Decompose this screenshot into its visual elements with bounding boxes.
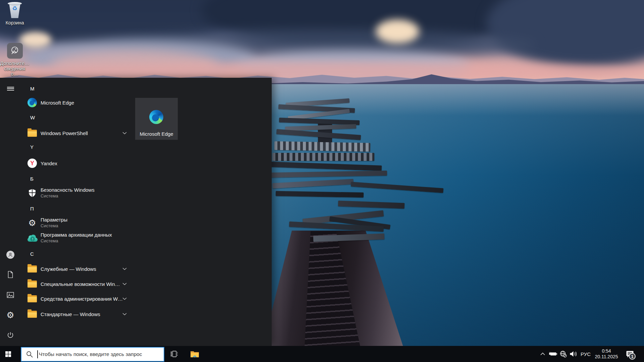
app-item-settings[interactable]: ⚙ Параметры Система xyxy=(28,216,132,230)
gear-icon: ⚙ xyxy=(6,311,14,319)
pictures-icon xyxy=(7,292,14,298)
search-input[interactable] xyxy=(21,348,164,361)
chevron-down-icon xyxy=(122,132,127,134)
desktop-icon-label: Корзина xyxy=(0,20,30,25)
tray-show-hidden-icons-button[interactable] xyxy=(537,346,548,362)
chevron-down-icon xyxy=(122,313,127,315)
taskbar-search[interactable] xyxy=(21,347,164,362)
document-icon xyxy=(7,271,14,278)
section-letter-w[interactable]: W xyxy=(30,115,44,122)
pier-plank xyxy=(272,153,374,161)
folder-icon xyxy=(28,130,37,137)
action-center-button[interactable]: 1 xyxy=(623,346,637,362)
expand-menu-button[interactable] xyxy=(3,81,18,96)
yandex-icon: Y xyxy=(28,159,37,168)
section-letter-m[interactable]: M xyxy=(30,86,44,93)
section-letter-y[interactable]: Y xyxy=(30,144,44,152)
start-menu: ⚙ M Microsoft Edge W Windows PowerShell … xyxy=(0,78,272,346)
app-item-backup[interactable]: ↑ Программа архивации данных Система xyxy=(28,231,132,245)
pier-plank xyxy=(274,141,370,152)
file-explorer-button[interactable] xyxy=(186,346,203,362)
desktop-icon-label: Дополните… xyxy=(0,61,30,66)
taskbar: РУС 0:54 20.11.2025 1 xyxy=(0,346,644,362)
windows-logo-icon xyxy=(5,351,11,357)
tray-network-button[interactable] xyxy=(558,346,568,362)
settings-button[interactable]: ⚙ xyxy=(3,308,18,322)
desktop-icon-recycle-bin[interactable]: ♻ Корзина xyxy=(0,2,30,25)
folder-icon xyxy=(28,265,37,273)
app-item-windows-security[interactable]: Безопасность Windows Система xyxy=(28,186,132,200)
shield-icon xyxy=(28,189,36,197)
start-button[interactable] xyxy=(0,346,16,362)
broken-image-icon xyxy=(7,43,23,59)
app-item-microsoft-edge[interactable]: Microsoft Edge xyxy=(28,97,132,109)
app-item-accessibility[interactable]: Специальные возможности Win… xyxy=(28,278,132,290)
file-explorer-icon xyxy=(190,351,199,358)
task-view-icon xyxy=(170,351,178,357)
recycle-bin-icon: ♻ xyxy=(8,2,22,19)
section-letter-s[interactable]: С xyxy=(30,251,44,258)
chevron-up-icon xyxy=(540,353,545,355)
chevron-down-icon xyxy=(122,297,127,300)
screen: ♻ Корзина Дополните… сведения о… xyxy=(0,0,644,362)
chevron-down-icon xyxy=(122,283,127,285)
speaker-icon xyxy=(570,351,578,357)
account-icon xyxy=(6,251,14,259)
cloud xyxy=(376,19,419,44)
tray-date: 20.11.2025 xyxy=(595,354,618,360)
tray-volume-button[interactable] xyxy=(568,346,579,362)
power-button[interactable] xyxy=(3,328,18,343)
section-letter-p[interactable]: П xyxy=(30,206,44,213)
section-letter-b[interactable]: Б xyxy=(30,176,44,183)
folder-icon xyxy=(28,311,37,318)
folder-icon xyxy=(28,295,37,302)
edge-icon xyxy=(149,110,163,124)
tray-battery-button[interactable] xyxy=(548,346,558,362)
tray-language-indicator[interactable]: РУС xyxy=(579,346,592,362)
documents-button[interactable] xyxy=(3,267,18,282)
folder-icon xyxy=(28,281,37,288)
cloud-backup-icon: ↑ xyxy=(28,234,37,242)
app-item-accessories[interactable]: Стандартные — Windows xyxy=(28,308,132,320)
globe-no-internet-icon xyxy=(559,350,567,358)
battery-charging-icon xyxy=(549,351,557,357)
tray-clock[interactable]: 0:54 20.11.2025 xyxy=(592,346,621,362)
tile-microsoft-edge[interactable]: Microsoft Edge xyxy=(135,98,178,140)
account-button[interactable] xyxy=(3,247,18,262)
chevron-down-icon xyxy=(122,267,127,270)
pictures-button[interactable] xyxy=(3,288,18,302)
app-item-windows-powershell[interactable]: Windows PowerShell xyxy=(28,127,132,139)
gear-icon: ⚙ xyxy=(28,219,36,227)
notification-count-badge: 1 xyxy=(629,353,636,360)
edge-icon xyxy=(28,98,37,107)
app-item-service-tools[interactable]: Служебные — Windows xyxy=(28,263,132,275)
power-icon xyxy=(7,331,14,339)
task-view-button[interactable] xyxy=(166,346,182,362)
desktop-icon-info[interactable]: Дополните… сведения о… xyxy=(0,43,30,77)
tray-time: 0:54 xyxy=(602,348,611,354)
desktop-icon-label: сведения о… xyxy=(0,66,30,77)
app-item-admin-tools[interactable]: Средства администрирования W… xyxy=(28,293,132,305)
app-item-yandex[interactable]: Y Yandex xyxy=(28,157,132,169)
hamburger-icon xyxy=(7,86,14,91)
